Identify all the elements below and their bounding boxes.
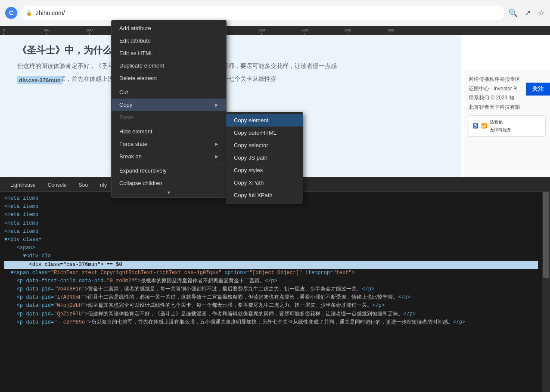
menu-item-delete-element[interactable]: Delete element [112,72,226,84]
accessibility-icon: ♿ [472,122,479,130]
browser-chrome: C 🔒 zhihu.com/ 🔍 ↗ ☆ [0,0,550,26]
search-button[interactable]: 🔍 [508,8,518,18]
browser-logo: C [5,7,17,19]
dom-line: <span> [4,244,538,252]
share-button[interactable]: ↗ [525,8,531,18]
ruler-mark-800: 800 [345,28,351,35]
submenu-item-copy-outerhtml[interactable]: Copy outerHTML [226,127,303,139]
dom-line: ▼<span class="RichText ztext CopyrightRi… [4,269,538,277]
dom-line: <meta itemp [4,211,538,219]
context-menu: Add attribute Edit attribute Edit as HTM… [111,20,227,198]
submenu-item-copy-selector[interactable]: Copy selector [226,139,303,151]
article-body-2: 所以海皇的七将军，首先在体感上没有那么强，五小强通关速度明显加快；另外七个关卡从… [17,74,533,84]
browser-actions: 🔍 ↗ ☆ [508,8,545,18]
selected-element-label: div.css-376mun [17,76,62,84]
tab-security[interactable]: rity [94,179,113,191]
menu-item-paste: Paste [112,111,226,123]
bookmark-button[interactable]: ☆ [538,8,545,18]
dom-selected-line[interactable]: <div class="css-376mun"> == $0 [4,261,538,269]
article-body-1: 但这样的阅读体验肯定不好，《圣斗士》是连载漫画，作者和编辑就像宴席的厨师，要尽可… [17,61,533,71]
menu-item-break-on[interactable]: Break on ▶ [112,150,226,163]
ruler: 0 100 200 400 500 600 700 800 900 [0,26,550,35]
dom-inspector: <meta itemp <meta itemp <meta itemp <met… [0,192,542,392]
break-on-arrow: ▶ [215,154,218,159]
dom-line: <p data-pid="- e2PM89o">所以海皇的七将军，首先在体感上没… [4,318,530,327]
article-title: 《圣斗士》中，为什么会那么拉跨？ [17,44,533,57]
menu-item-add-attribute[interactable]: Add attribute [112,22,226,34]
force-state-arrow: ▶ [215,142,218,146]
sidebar-line4: 北京智者天下科技有限 [469,103,546,112]
lock-icon: 🔒 [26,10,32,16]
ruler-mark-900: 900 [388,28,394,35]
menu-item-edit-as-html[interactable]: Edit as HTML [112,47,226,59]
ruler-mark-600: 600 [258,28,265,35]
dom-line: <p data-pid="lrA0NGmF">而且十二宫是线性的，必须一关一关过… [4,293,530,302]
url-text: zhihu.com/ [36,9,65,16]
menu-item-hide-element[interactable]: Hide element [112,125,226,138]
tab-lighthouse[interactable]: Lighthouse [4,179,42,191]
submenu-item-copy-element[interactable]: Copy element [226,114,303,127]
menu-item-copy[interactable]: Copy ▶ [112,99,226,111]
scrollbar[interactable] [542,192,550,392]
submenu-item-copy-xpath[interactable]: Copy XPath [226,176,303,189]
dom-line: <p data-first-child data-pid="0_zoOm2M">… [4,277,538,285]
ruler-mark-0: 0 [3,28,5,35]
menu-item-duplicate-element[interactable]: Duplicate element [112,59,226,72]
dom-line: <p data-pid="QnZizR7U">但这样的阅读体验肯定不好，《圣斗士… [4,310,530,318]
copy-submenu: Copy element Copy outerHTML Copy selecto… [226,112,303,204]
accessibility-label: 适老化无障碍服务 [490,118,511,134]
menu-item-edit-attribute[interactable]: Edit attribute [112,34,226,47]
copy-submenu-arrow: ▶ [215,102,218,107]
follow-button[interactable]: 关注 [526,83,550,96]
submenu-item-copy-js-path[interactable]: Copy JS path [226,151,303,164]
ruler-mark-100: 100 [43,28,50,35]
dom-line: ▼<div class= [4,236,538,244]
dom-line: <meta itemp [4,228,538,236]
wifi-icon: 📶 [481,122,487,130]
menu-item-cut[interactable]: Cut [112,86,226,99]
ruler-marks: 0 100 200 400 500 600 700 800 900 [0,26,550,35]
scroll-down-arrow: ▼ [167,190,171,195]
menu-item-scroll-down-indicator[interactable]: ▼ [112,189,226,196]
dom-line: <meta itemp [4,203,538,211]
submenu-item-copy-full-xpath[interactable]: Copy full XPath [226,189,303,201]
dom-line: <meta itemp [4,219,538,228]
scrollbar-thumb[interactable] [543,192,549,278]
ruler-mark-200: 200 [86,28,93,35]
menu-item-expand-recursively[interactable]: Expand recursively [112,164,226,177]
dom-line: ▼<div cla [4,252,538,260]
submenu-item-copy-styles[interactable]: Copy styles [226,164,303,176]
menu-item-collapse-children[interactable]: Collapse children [112,177,226,189]
ruler-mark-700: 700 [301,28,308,35]
tab-sources[interactable]: Sou [73,179,94,191]
menu-item-force-state[interactable]: Force state ▶ [112,138,226,150]
dom-line: <p data-pid="WFpjDWbH">海皇篇其实也完全可以设计成线性的七… [4,302,530,310]
address-bar[interactable]: 🔒 zhihu.com/ [21,6,505,20]
tab-console[interactable]: Console [42,179,73,191]
accessibility-badge: ♿ 📶 适老化无障碍服务 [469,115,546,137]
dom-line: <p data-pid="Vo4k8Hin">黄金十二宫篇，读者的感觉是，每一关… [4,285,538,293]
